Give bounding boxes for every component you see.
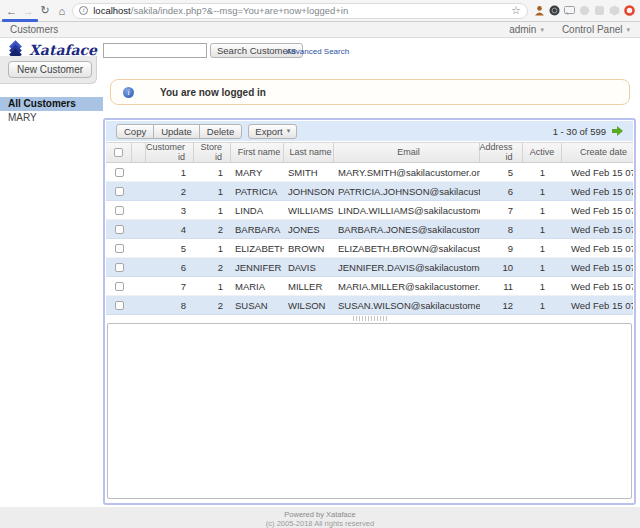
info-icon: i: [123, 87, 134, 98]
cell-create-date: Wed Feb 15 07:0: [562, 167, 633, 178]
row-checkbox[interactable]: [115, 301, 124, 310]
control-panel-menu[interactable]: Control Panel: [562, 24, 623, 35]
row-checkbox[interactable]: [115, 282, 124, 291]
table-row[interactable]: 2 1 PATRICIA JOHNSON PATRICIA.JOHNSON@sa…: [106, 182, 633, 201]
info-message: i You are now logged in: [110, 79, 630, 105]
cast-extension-icon[interactable]: [564, 5, 575, 16]
cell-last-name: SMITH: [284, 167, 334, 178]
table-row[interactable]: 5 1 ELIZABETH BROWN ELIZABETH.BROWN@saki…: [106, 239, 633, 258]
cell-store-id: 1: [194, 281, 231, 292]
details-panel: [107, 323, 632, 499]
row-checkbox[interactable]: [115, 206, 124, 215]
disabled-hexagon-extension-icon[interactable]: [609, 5, 620, 16]
table-row[interactable]: 3 1 LINDA WILLIAMS LINDA.WILLIAMS@sakila…: [106, 201, 633, 220]
sidebar: All Customers MARY: [0, 97, 103, 125]
app-header: Customers admin ▾ Control Panel ▾: [0, 22, 640, 38]
export-caret-icon: ▾: [287, 127, 291, 135]
dark-globe-extension-icon[interactable]: [549, 5, 560, 16]
disabled-circle-extension-icon[interactable]: [579, 5, 590, 16]
cell-last-name: MILLER: [284, 281, 334, 292]
sidebar-item-all-customers[interactable]: All Customers: [0, 97, 103, 111]
cell-email: MARIA.MILLER@sakilacustomer.org: [334, 281, 480, 292]
url-path: /sakila/index.php?&--msg=You+are+now+log…: [131, 5, 349, 16]
column-header-customer-id[interactable]: Customer id: [146, 143, 194, 162]
next-page-arrow[interactable]: [612, 126, 623, 136]
table-row[interactable]: 8 2 SUSAN WILSON SUSAN.WILSON@sakilacust…: [106, 296, 633, 315]
admin-menu[interactable]: admin: [509, 24, 536, 35]
cell-first-name: ELIZABETH: [231, 243, 284, 254]
column-header-last-name[interactable]: Last name: [284, 143, 334, 162]
sidebar-item-mary[interactable]: MARY: [0, 111, 103, 125]
home-icon[interactable]: ⌂: [55, 3, 68, 19]
cell-store-id: 2: [194, 300, 231, 311]
column-header-active[interactable]: Active: [523, 143, 562, 162]
screen: ← → ↻ ⌂ i localhost/sakila/index.php?&--…: [0, 0, 640, 528]
admin-caret-icon[interactable]: ▾: [540, 26, 544, 34]
reload-icon[interactable]: ↻: [39, 3, 52, 19]
export-button[interactable]: Export▾: [248, 124, 297, 139]
advanced-search-link[interactable]: Advanced Search: [286, 47, 349, 56]
cell-first-name: MARIA: [231, 281, 284, 292]
url-bar[interactable]: i localhost/sakila/index.php?&--msg=You+…: [72, 3, 528, 19]
update-button[interactable]: Update: [153, 124, 200, 139]
back-icon[interactable]: ←: [5, 3, 18, 19]
cell-store-id: 2: [194, 262, 231, 273]
splitter-row: [106, 315, 633, 322]
row-checkbox[interactable]: [115, 263, 124, 272]
cell-active: 1: [523, 224, 562, 235]
cell-active: 1: [523, 262, 562, 273]
cell-active: 1: [523, 186, 562, 197]
column-header-spacer: [132, 143, 146, 162]
column-header-email[interactable]: Email: [334, 143, 480, 162]
resize-handle[interactable]: [353, 316, 387, 321]
column-header-first-name[interactable]: First name: [231, 143, 284, 162]
cell-email: JENNIFER.DAVIS@sakilacustomer.org: [334, 262, 480, 273]
cell-create-date: Wed Feb 15 07:0: [562, 281, 633, 292]
row-checkbox[interactable]: [115, 225, 124, 234]
cell-last-name: WILLIAMS: [284, 205, 334, 216]
forward-icon[interactable]: →: [22, 3, 35, 19]
cell-address-id: 6: [480, 186, 523, 197]
cell-customer-id: 6: [146, 262, 194, 273]
delete-button[interactable]: Delete: [199, 124, 242, 139]
disabled-square-extension-icon[interactable]: [594, 5, 605, 16]
control-panel-caret-icon[interactable]: ▾: [626, 26, 630, 34]
site-info-icon[interactable]: i: [79, 6, 88, 15]
export-label: Export: [255, 126, 282, 137]
cell-create-date: Wed Feb 15 07:0: [562, 205, 633, 216]
copy-button[interactable]: Copy: [116, 124, 154, 139]
profile-extension-icon[interactable]: [534, 5, 545, 16]
cell-address-id: 5: [480, 167, 523, 178]
bookmark-star-icon[interactable]: ☆: [511, 4, 521, 17]
row-checkbox[interactable]: [115, 187, 124, 196]
cell-active: 1: [523, 243, 562, 254]
row-actions-group: Copy Update Delete: [116, 124, 242, 139]
new-customer-button[interactable]: New Customer: [8, 61, 92, 78]
cell-first-name: JENNIFER: [231, 262, 284, 273]
column-header-store-id[interactable]: Store id: [194, 143, 231, 162]
cell-email: MARY.SMITH@sakilacustomer.org: [334, 167, 480, 178]
cell-first-name: LINDA: [231, 205, 284, 216]
select-all-checkbox[interactable]: [114, 148, 123, 157]
page-title: Customers: [10, 24, 58, 35]
table-row[interactable]: 1 1 MARY SMITH MARY.SMITH@sakilacustomer…: [106, 163, 633, 182]
url-host: localhost: [93, 5, 131, 16]
cell-first-name: PATRICIA: [231, 186, 284, 197]
cell-store-id: 2: [194, 224, 231, 235]
cell-last-name: WILSON: [284, 300, 334, 311]
cell-store-id: 1: [194, 186, 231, 197]
table-row[interactable]: 6 2 JENNIFER DAVIS JENNIFER.DAVIS@sakila…: [106, 258, 633, 277]
red-ring-extension-icon[interactable]: [624, 5, 635, 16]
column-header-create-date[interactable]: Create date: [562, 143, 633, 162]
table-row[interactable]: 4 2 BARBARA JONES BARBARA.JONES@sakilacu…: [106, 220, 633, 239]
cell-first-name: BARBARA: [231, 224, 284, 235]
row-checkbox[interactable]: [115, 244, 124, 253]
column-header-address-id[interactable]: Address id: [480, 143, 523, 162]
table-row[interactable]: 7 1 MARIA MILLER MARIA.MILLER@sakilacust…: [106, 277, 633, 296]
cell-customer-id: 5: [146, 243, 194, 254]
search-input[interactable]: [103, 43, 207, 58]
cell-create-date: Wed Feb 15 07:0: [562, 262, 633, 273]
cell-email: ELIZABETH.BROWN@sakilacustomer.org: [334, 243, 480, 254]
row-checkbox[interactable]: [115, 168, 124, 177]
cell-address-id: 12: [480, 300, 523, 311]
